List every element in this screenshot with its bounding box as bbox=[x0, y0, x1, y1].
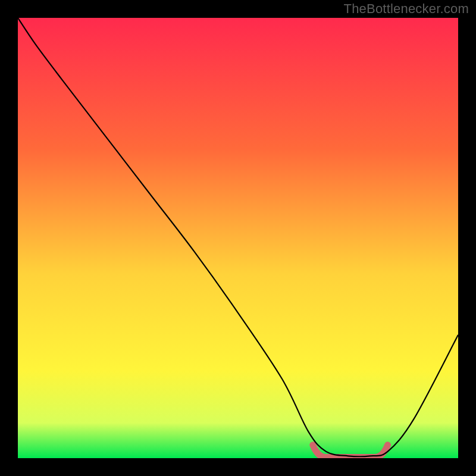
chart-area bbox=[18, 18, 458, 458]
watermark-text: TheBottleneсker.com bbox=[344, 1, 469, 17]
outer-frame: TheBottleneсker.com bbox=[0, 0, 476, 476]
gradient-background bbox=[18, 18, 458, 458]
chart-svg bbox=[18, 18, 458, 458]
